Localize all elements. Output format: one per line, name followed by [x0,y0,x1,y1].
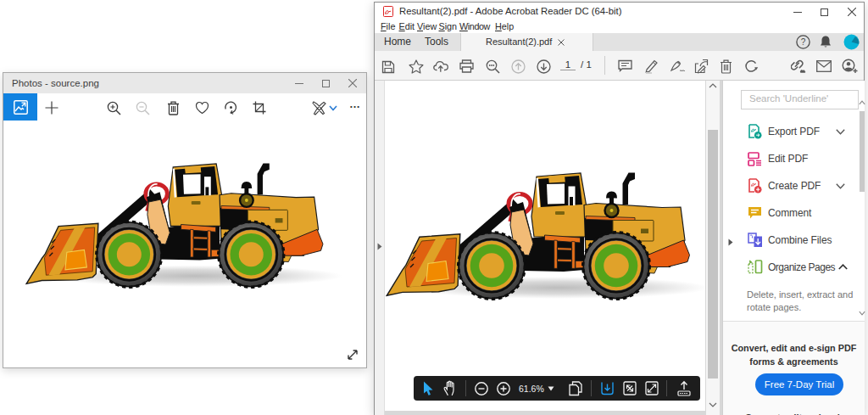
svg-text:?: ? [801,37,806,47]
